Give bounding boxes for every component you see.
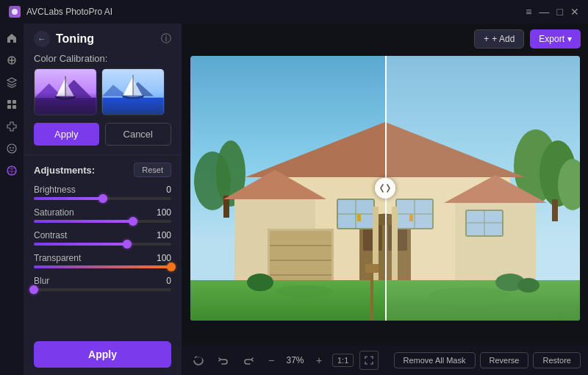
brightness-value: 0: [166, 185, 171, 195]
menu-icon[interactable]: ≡: [526, 6, 531, 18]
adjustments-header: Adjustments: Reset: [24, 162, 182, 185]
thumbnail-1[interactable]: [34, 68, 97, 115]
transparent-track[interactable]: [34, 265, 171, 268]
svg-rect-20: [102, 98, 163, 115]
adjustments-label: Adjustments:: [34, 165, 95, 176]
saturation-label: Saturation: [34, 207, 74, 218]
svg-point-65: [247, 274, 273, 291]
title-bar: AVCLabs PhotoPro AI ≡ — □ ✕: [0, 0, 588, 24]
svg-rect-13: [35, 98, 96, 115]
sliders-group: Brightness 0 Saturation 100 Contrast 100: [24, 185, 182, 307]
svg-rect-5: [12, 105, 16, 109]
canvas-toolbar: + + Add Export ▾: [474, 29, 581, 49]
svg-point-8: [12, 147, 14, 149]
info-icon[interactable]: ⓘ: [161, 32, 171, 46]
zoom-in-button[interactable]: +: [312, 353, 326, 368]
bottom-toolbar: − 37% + 1:1 Remove All Mask Reverse Rest…: [182, 346, 588, 375]
svg-point-61: [275, 285, 334, 297]
export-button[interactable]: Export ▾: [530, 29, 581, 49]
sidebar-face-icon[interactable]: [3, 140, 21, 157]
apply-button[interactable]: Apply: [34, 123, 99, 146]
remove-all-mask-button[interactable]: Remove All Mask: [394, 352, 476, 368]
sidebar-home-icon[interactable]: [3, 29, 21, 47]
reset-button[interactable]: Reset: [134, 162, 171, 177]
transparent-header: Transparent 100: [34, 253, 171, 263]
ratio-button[interactable]: 1:1: [332, 354, 354, 367]
contrast-label: Contrast: [34, 230, 67, 240]
undo-button[interactable]: [214, 351, 233, 370]
contrast-track[interactable]: [34, 243, 171, 246]
window-controls: ≡ — □ ✕: [526, 6, 579, 18]
transparent-label: Transparent: [34, 253, 81, 263]
contrast-header: Contrast 100: [34, 230, 171, 240]
apply-main-button[interactable]: Apply: [34, 341, 171, 368]
svg-point-0: [12, 9, 18, 15]
thumbnail-2[interactable]: [101, 68, 165, 115]
canvas-area: + + Add Export ▾: [182, 24, 588, 375]
fullscreen-button[interactable]: [359, 351, 379, 370]
rotate-left-button[interactable]: [189, 351, 208, 370]
panel-title: Toning: [56, 32, 155, 46]
zoom-out-button[interactable]: −: [264, 353, 279, 368]
main-layout: ← Toning ⓘ Color Calibration:: [0, 24, 588, 375]
minimize-button[interactable]: —: [539, 6, 550, 18]
redo-button[interactable]: [239, 351, 258, 370]
svg-rect-2: [7, 100, 11, 104]
color-thumbnails: [24, 68, 182, 123]
app-icon: [9, 6, 21, 18]
close-button[interactable]: ✕: [570, 6, 579, 18]
bottom-right-controls: Remove All Mask Reverse Restore: [394, 352, 581, 368]
blur-label: Blur: [34, 276, 49, 286]
contrast-value: 100: [157, 230, 171, 240]
action-buttons: Apply Cancel: [24, 123, 182, 154]
zoom-controls: − 37% +: [264, 353, 326, 368]
maximize-button[interactable]: □: [557, 6, 563, 18]
blur-track[interactable]: [34, 288, 171, 291]
blur-header: Blur 0: [34, 276, 171, 286]
cancel-button[interactable]: Cancel: [105, 123, 172, 146]
icon-sidebar: [0, 24, 24, 375]
brightness-header: Brightness 0: [34, 185, 171, 195]
svg-rect-70: [385, 56, 580, 321]
svg-rect-4: [7, 105, 11, 109]
split-image-wrapper: [190, 56, 580, 321]
svg-rect-64: [365, 264, 379, 273]
split-handle[interactable]: [375, 178, 395, 199]
back-button[interactable]: ←: [34, 31, 50, 47]
panel-footer: Apply: [24, 334, 182, 375]
blur-value: 0: [166, 276, 171, 286]
brightness-label: Brightness: [34, 185, 76, 195]
sidebar-toning-icon[interactable]: [3, 162, 21, 179]
add-icon: +: [484, 34, 489, 44]
back-icon: ←: [37, 34, 46, 44]
sidebar-magic-icon[interactable]: [3, 51, 21, 69]
svg-rect-63: [370, 269, 373, 321]
svg-point-7: [10, 147, 11, 149]
brightness-track[interactable]: [34, 197, 171, 200]
reverse-button[interactable]: Reverse: [480, 352, 529, 368]
sidebar-layers-icon[interactable]: [3, 74, 21, 91]
svg-rect-3: [12, 100, 16, 104]
svg-rect-68: [357, 214, 361, 221]
color-calibration-label: Color Calibration:: [24, 53, 182, 68]
divider: [24, 154, 182, 155]
panel-header: ← Toning ⓘ: [24, 24, 182, 53]
image-container: [182, 24, 588, 346]
svg-rect-41: [270, 231, 331, 282]
app-title: AVCLabs PhotoPro AI: [26, 7, 520, 17]
add-button[interactable]: + + Add: [474, 29, 524, 49]
sidebar-puzzle-icon[interactable]: [3, 118, 21, 135]
bottom-left-controls: − 37% + 1:1: [189, 351, 379, 370]
export-chevron-icon: ▾: [567, 34, 572, 44]
transparent-value: 100: [157, 253, 171, 263]
saturation-value: 100: [157, 207, 171, 218]
zoom-level: 37%: [282, 355, 308, 365]
svg-point-6: [7, 144, 16, 153]
saturation-track[interactable]: [34, 220, 171, 223]
side-panel: ← Toning ⓘ Color Calibration:: [24, 24, 182, 375]
saturation-header: Saturation 100: [34, 207, 171, 218]
sidebar-effects-icon[interactable]: [3, 96, 21, 113]
restore-button[interactable]: Restore: [533, 352, 581, 368]
